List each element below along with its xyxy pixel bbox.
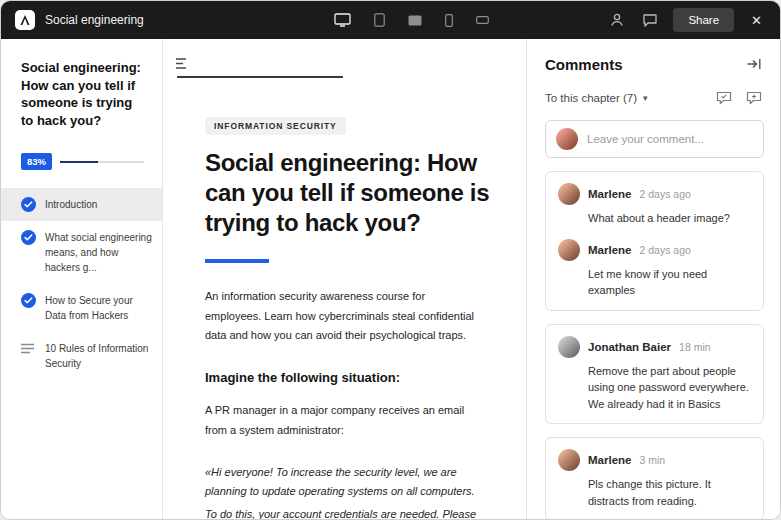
comment-head: Jonathan Baier 18 min — [558, 336, 751, 358]
check-icon — [21, 197, 36, 212]
comment-author: Marlene — [588, 188, 631, 200]
comment-text: Pls change this picture. It distracts fr… — [588, 476, 751, 509]
progress-bar-fill — [60, 161, 98, 163]
progress-bar — [60, 161, 144, 163]
comment-head: Marlene 3 min — [558, 449, 751, 471]
device-preview-toolbar — [215, 11, 607, 29]
collapse-panel-icon[interactable] — [744, 55, 764, 73]
comment[interactable]: Marlene 2 days ago Let me know if you ne… — [558, 239, 751, 299]
intro-paragraph[interactable]: An information security awareness course… — [205, 287, 483, 346]
user-avatar — [556, 128, 578, 150]
share-button[interactable]: Share — [673, 8, 734, 32]
subheading[interactable]: Imagine the following situation: — [205, 370, 505, 385]
chevron-down-icon: ▾ — [643, 93, 648, 103]
accent-rule — [205, 259, 269, 263]
resolved-comments-icon[interactable] — [714, 89, 734, 107]
avatar — [558, 239, 580, 261]
comment[interactable]: Jonathan Baier 18 min Remove the part ab… — [558, 336, 751, 413]
comments-filter-row: To this chapter (7) ▾ — [545, 89, 764, 107]
preview-phone-landscape-icon[interactable] — [474, 14, 491, 26]
filter-icons — [714, 89, 764, 107]
comment[interactable]: Marlene 3 min Pls change this picture. I… — [558, 449, 751, 509]
comment-head: Marlene 2 days ago — [558, 183, 751, 205]
filter-label: To this chapter (7) — [545, 92, 637, 104]
course-title: Social engineering: How can you tell if … — [21, 59, 146, 129]
sidebar-item-label: 10 Rules of Information Security — [45, 341, 154, 371]
comments-toggle-icon[interactable] — [640, 11, 660, 30]
check-icon — [21, 230, 36, 245]
preview-tablet-portrait-icon[interactable] — [372, 11, 387, 29]
block-divider — [177, 76, 343, 78]
new-comment-icon[interactable] — [744, 89, 764, 107]
category-chip: INFORMATION SECURITY — [205, 117, 346, 135]
comments-header: Comments — [545, 55, 764, 73]
sidebar-item-label: Introduction — [45, 197, 154, 212]
comments-panel: Comments To this chapter (7) ▾ — [526, 39, 780, 519]
body-paragraph[interactable]: A PR manager in a major company receives… — [205, 401, 483, 441]
preview-desktop-icon[interactable] — [332, 11, 353, 29]
sidebar-item-10-rules[interactable]: 10 Rules of Information Security — [1, 332, 162, 380]
outline-icon[interactable] — [174, 56, 193, 75]
list-icon — [21, 341, 36, 356]
document-page: INFORMATION SECURITY Social engineering:… — [205, 115, 505, 519]
progress-badge: 83% — [21, 153, 52, 170]
comment-thread[interactable]: Marlene 2 days ago What about a header i… — [545, 171, 764, 311]
comment-input[interactable] — [545, 120, 764, 158]
comment-text: Remove the part about people using one p… — [588, 363, 751, 413]
avatar — [558, 336, 580, 358]
preview-tablet-landscape-icon[interactable] — [406, 13, 424, 28]
comment-head: Marlene 2 days ago — [558, 239, 751, 261]
sidebar-item-introduction[interactable]: Introduction — [1, 188, 162, 221]
page-title[interactable]: Social engineering: How can you tell if … — [205, 148, 505, 239]
topbar-left: Social engineering — [15, 10, 215, 30]
app-window: Social engineering — [0, 0, 781, 520]
comment-input-field[interactable] — [587, 133, 753, 145]
sidebar-item-label: What social engineering means, and how h… — [45, 230, 154, 275]
sidebar-item-what-social-engineering-means[interactable]: What social engineering means, and how h… — [1, 221, 162, 284]
comments-title: Comments — [545, 56, 623, 73]
avatar — [558, 183, 580, 205]
topbar: Social engineering — [1, 1, 780, 39]
comments-filter[interactable]: To this chapter (7) ▾ — [545, 92, 648, 104]
comment[interactable]: Marlene 2 days ago What about a header i… — [558, 183, 751, 227]
progress-row: 83% — [21, 153, 144, 170]
quote-paragraph[interactable]: «Hi everyone! To increase the security l… — [205, 463, 483, 503]
comment-text: What about a header image? — [588, 210, 751, 227]
comment-time: 18 min — [679, 341, 711, 353]
comment-time: 3 min — [639, 454, 665, 466]
avatar — [558, 449, 580, 471]
close-icon[interactable]: ✕ — [747, 11, 766, 30]
app-logo-icon[interactable] — [15, 10, 35, 30]
quote-paragraph[interactable]: To do this, your account credentials are… — [205, 505, 483, 519]
outline-sidebar: Social engineering: How can you tell if … — [1, 39, 163, 519]
comment-thread[interactable]: Jonathan Baier 18 min Remove the part ab… — [545, 324, 764, 425]
comment-author: Marlene — [588, 244, 631, 256]
comment-text: Let me know if you need examples — [588, 266, 751, 299]
comment-author: Marlene — [588, 454, 631, 466]
preview-phone-portrait-icon[interactable] — [443, 12, 455, 29]
comment-time: 2 days ago — [639, 244, 690, 256]
sidebar-item-secure-your-data[interactable]: How to Secure your Data from Hackers — [1, 284, 162, 332]
check-icon — [21, 293, 36, 308]
sidebar-item-label: How to Secure your Data from Hackers — [45, 293, 154, 323]
collaborators-icon[interactable] — [607, 10, 627, 30]
comment-thread[interactable]: Marlene 3 min Pls change this picture. I… — [545, 437, 764, 519]
app-body: Social engineering: How can you tell if … — [1, 39, 780, 519]
comment-time: 2 days ago — [639, 188, 690, 200]
document-title: Social engineering — [45, 13, 144, 27]
chapter-nav: Introduction What social engineering mea… — [1, 188, 162, 380]
comment-author: Jonathan Baier — [588, 341, 671, 353]
editor-canvas: INFORMATION SECURITY Social engineering:… — [163, 39, 526, 519]
topbar-right: Share ✕ — [607, 8, 766, 32]
